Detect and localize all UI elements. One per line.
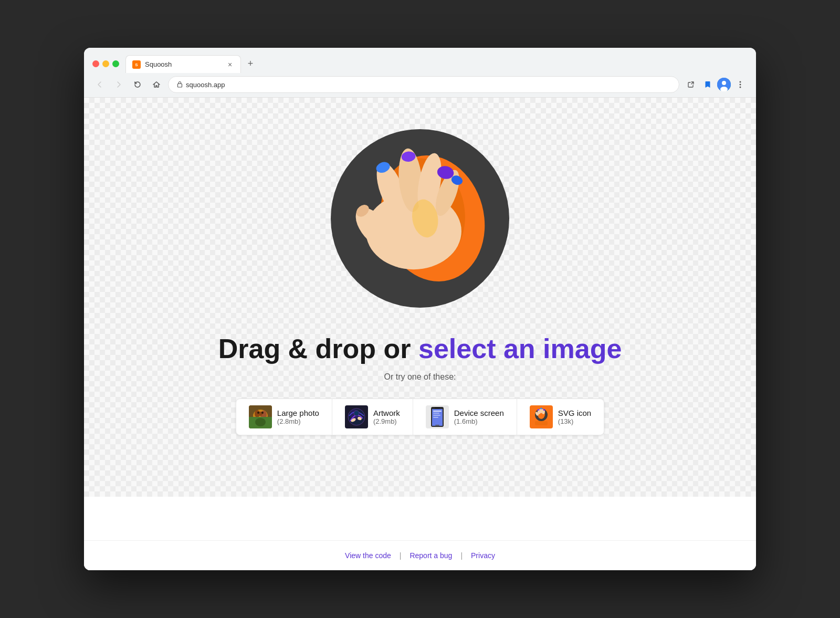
svg-point-8 bbox=[740, 87, 741, 88]
squoosh-logo bbox=[331, 129, 509, 308]
address-bar[interactable]: squoosh.app bbox=[168, 76, 679, 93]
heading-plain-text: Drag & drop or bbox=[218, 333, 418, 364]
back-button[interactable] bbox=[92, 77, 107, 92]
svg-point-56 bbox=[540, 408, 542, 410]
svg-point-31 bbox=[257, 412, 259, 414]
sample-thumb-tiger bbox=[249, 405, 272, 428]
sample-thumb-svg bbox=[530, 405, 553, 428]
svg-point-29 bbox=[255, 418, 266, 426]
sample-svg-icon[interactable]: SVG icon (13k) bbox=[517, 399, 604, 435]
svg-rect-43 bbox=[433, 413, 439, 414]
maximize-traffic-light[interactable] bbox=[112, 60, 119, 67]
svg-rect-44 bbox=[433, 415, 440, 416]
reload-button[interactable] bbox=[130, 77, 145, 92]
sample-info-svg: SVG icon (13k) bbox=[558, 408, 591, 425]
page-content: Drag & drop or select an image Or try on… bbox=[84, 98, 756, 570]
sample-device-screen[interactable]: Device screen (1.6mb) bbox=[413, 399, 517, 435]
svg-rect-46 bbox=[435, 407, 440, 408]
address-text: squoosh.app bbox=[186, 81, 225, 89]
sample-info-device: Device screen (1.6mb) bbox=[454, 408, 504, 425]
footer-separator-2: | bbox=[460, 551, 463, 560]
traffic-lights bbox=[92, 60, 119, 67]
samples-row: Large photo (2.8mb) bbox=[236, 399, 604, 435]
browser-tab[interactable]: S Squoosh × bbox=[125, 55, 241, 73]
sample-name-artwork: Artwork bbox=[373, 408, 400, 417]
profile-avatar[interactable] bbox=[717, 78, 731, 91]
svg-point-6 bbox=[740, 81, 741, 83]
close-traffic-light[interactable] bbox=[92, 60, 99, 67]
sample-artwork[interactable]: Artwork (2.9mb) bbox=[332, 399, 413, 435]
select-image-link[interactable]: select an image bbox=[418, 333, 622, 364]
minimize-traffic-light[interactable] bbox=[102, 60, 109, 67]
address-bar-row: squoosh.app bbox=[84, 73, 756, 97]
svg-rect-2 bbox=[178, 83, 182, 87]
svg-text:S: S bbox=[135, 62, 138, 67]
bookmark-button[interactable] bbox=[700, 77, 715, 92]
report-bug-link[interactable]: Report a bug bbox=[410, 551, 452, 560]
browser-window: S Squoosh × + bbox=[84, 48, 756, 570]
sample-thumb-device bbox=[426, 405, 449, 428]
svg-rect-47 bbox=[435, 425, 439, 426]
sample-name-tiger: Large photo bbox=[277, 408, 319, 417]
main-heading: Drag & drop or select an image bbox=[218, 334, 622, 364]
svg-rect-42 bbox=[433, 411, 442, 412]
svg-rect-45 bbox=[433, 417, 438, 418]
sample-info-tiger: Large photo (2.8mb) bbox=[277, 408, 319, 425]
tab-favicon: S bbox=[132, 60, 141, 69]
svg-point-32 bbox=[261, 412, 264, 414]
page-inner: Drag & drop or select an image Or try on… bbox=[84, 98, 756, 456]
menu-button[interactable] bbox=[733, 77, 748, 92]
forward-button[interactable] bbox=[111, 77, 126, 92]
lock-icon bbox=[177, 81, 183, 89]
external-link-button[interactable] bbox=[684, 77, 698, 92]
svg-point-4 bbox=[722, 81, 726, 85]
tab-title: Squoosh bbox=[145, 60, 222, 68]
new-tab-button[interactable]: + bbox=[243, 56, 258, 71]
privacy-link[interactable]: Privacy bbox=[471, 551, 495, 560]
browser-chrome: S Squoosh × + bbox=[84, 48, 756, 98]
sample-size-artwork: (2.9mb) bbox=[373, 417, 400, 425]
sample-name-device: Device screen bbox=[454, 408, 504, 417]
sample-large-photo[interactable]: Large photo (2.8mb) bbox=[236, 399, 332, 435]
title-bar: S Squoosh × + bbox=[84, 48, 756, 73]
svg-point-36 bbox=[354, 411, 359, 416]
tab-bar: S Squoosh × + bbox=[125, 54, 748, 73]
sample-info-artwork: Artwork (2.9mb) bbox=[373, 408, 400, 425]
svg-point-7 bbox=[740, 84, 741, 86]
sample-size-device: (1.6mb) bbox=[454, 417, 504, 425]
browser-actions bbox=[684, 77, 748, 92]
sample-size-tiger: (2.8mb) bbox=[277, 417, 319, 425]
sample-thumb-artwork bbox=[345, 405, 368, 428]
sample-size-svg: (13k) bbox=[558, 417, 591, 425]
sample-name-svg: SVG icon bbox=[558, 408, 591, 417]
svg-rect-58 bbox=[535, 421, 548, 425]
home-button[interactable] bbox=[149, 77, 164, 92]
tab-close-button[interactable]: × bbox=[226, 60, 234, 69]
view-code-link[interactable]: View the code bbox=[345, 551, 391, 560]
subheading: Or try one of these: bbox=[384, 372, 456, 382]
page-footer: View the code | Report a bug | Privacy bbox=[84, 540, 756, 570]
footer-separator-1: | bbox=[400, 551, 402, 560]
